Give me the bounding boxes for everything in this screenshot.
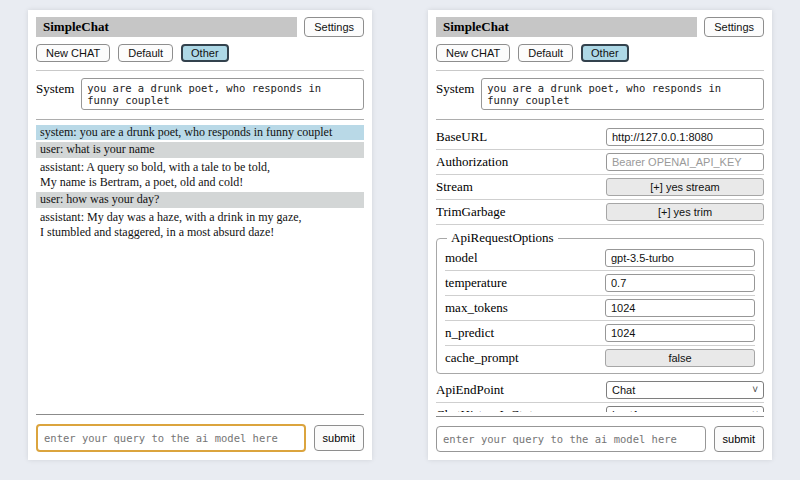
model-input[interactable]	[605, 249, 755, 267]
chat-message-assistant: assistant: A query so bold, with a tale …	[36, 160, 364, 191]
app-title: SimpleChat	[436, 17, 697, 37]
title-bar: SimpleChat Settings	[436, 17, 764, 37]
session-tab-default[interactable]: Default	[118, 44, 173, 62]
chat-message-assistant: assistant: My day was a haze, with a dri…	[36, 210, 364, 241]
chat-session-toolbar: New CHAT Default Other	[436, 44, 764, 71]
setting-label: ApiEndPoint	[436, 382, 606, 398]
query-bar: submit	[36, 414, 364, 452]
settings-panel: SimpleChat Settings New CHAT Default Oth…	[428, 10, 772, 460]
max-tokens-input[interactable]	[605, 299, 755, 317]
api-endpoint-select[interactable]: Chat ˅	[606, 381, 764, 399]
chat-message-list: system: you are a drunk poet, who respon…	[36, 120, 364, 410]
trim-garbage-toggle-button[interactable]: [+] yes trim	[606, 203, 764, 221]
api-endpoint-selected-value: Chat	[612, 384, 635, 396]
setting-row-trimgarbage: TrimGarbage [+] yes trim	[436, 200, 764, 225]
chevron-down-icon: ˅	[752, 385, 758, 395]
temperature-input[interactable]	[605, 274, 755, 292]
setting-label: n_predict	[445, 325, 605, 341]
query-bar: submit	[436, 416, 764, 452]
setting-row-n-predict: n_predict	[445, 321, 755, 346]
setting-row-chathistoryinctxt: ChatHistoryInCtxt Last1 ˅	[436, 403, 764, 412]
session-tab-other[interactable]: Other	[181, 44, 229, 62]
query-input[interactable]	[36, 424, 306, 452]
system-prompt-input[interactable]	[81, 78, 364, 110]
chat-panel: SimpleChat Settings New CHAT Default Oth…	[28, 10, 372, 460]
system-prompt-row: System	[36, 78, 364, 120]
new-chat-button[interactable]: New CHAT	[36, 44, 110, 62]
chat-message-user: user: what is your name	[36, 142, 364, 157]
api-request-options-group: ApiRequestOptions model temperature max_…	[436, 230, 764, 374]
setting-label: model	[445, 250, 605, 266]
base-url-input[interactable]	[606, 128, 764, 146]
setting-row-temperature: temperature	[445, 271, 755, 296]
chat-message-user: user: how was your day?	[36, 192, 364, 207]
authorization-input[interactable]	[606, 153, 764, 171]
setting-label: TrimGarbage	[436, 204, 606, 220]
chat-session-toolbar: New CHAT Default Other	[36, 44, 364, 71]
setting-label: temperature	[445, 275, 605, 291]
setting-label: BaseURL	[436, 129, 606, 145]
chat-message-system: system: you are a drunk poet, who respon…	[36, 125, 364, 140]
stream-toggle-button[interactable]: [+] yes stream	[606, 178, 764, 196]
session-tab-other[interactable]: Other	[581, 44, 629, 62]
new-chat-button[interactable]: New CHAT	[436, 44, 510, 62]
submit-button[interactable]: submit	[314, 425, 364, 451]
chat-history-selected-value: Last1	[612, 409, 639, 412]
setting-row-baseurl: BaseURL	[436, 125, 764, 150]
system-label: System	[436, 78, 474, 110]
system-label: System	[36, 78, 74, 110]
cache-prompt-toggle-button[interactable]: false	[605, 349, 755, 367]
setting-label: Authorization	[436, 154, 606, 170]
setting-label: ChatHistoryInCtxt	[436, 407, 606, 412]
settings-button[interactable]: Settings	[304, 17, 364, 37]
setting-row-max-tokens: max_tokens	[445, 296, 755, 321]
n-predict-input[interactable]	[605, 324, 755, 342]
setting-label: max_tokens	[445, 300, 605, 316]
chat-history-in-ctxt-select[interactable]: Last1 ˅	[606, 406, 764, 412]
setting-row-authorization: Authorization	[436, 150, 764, 175]
api-request-options-legend: ApiRequestOptions	[447, 230, 558, 246]
title-bar: SimpleChat Settings	[36, 17, 364, 37]
settings-list: BaseURL Authorization Stream [+] yes str…	[436, 120, 764, 412]
system-prompt-input[interactable]	[481, 78, 764, 110]
query-input[interactable]	[436, 426, 706, 452]
setting-row-model: model	[445, 246, 755, 271]
chevron-down-icon: ˅	[752, 410, 758, 412]
setting-label: Stream	[436, 179, 606, 195]
session-tab-default[interactable]: Default	[518, 44, 573, 62]
setting-row-apiendpoint: ApiEndPoint Chat ˅	[436, 378, 764, 403]
system-prompt-row: System	[436, 78, 764, 120]
app-title: SimpleChat	[36, 17, 297, 37]
settings-button[interactable]: Settings	[704, 17, 764, 37]
setting-row-cache-prompt: cache_prompt false	[445, 346, 755, 370]
submit-button[interactable]: submit	[714, 426, 764, 452]
setting-row-stream: Stream [+] yes stream	[436, 175, 764, 200]
setting-label: cache_prompt	[445, 350, 605, 366]
